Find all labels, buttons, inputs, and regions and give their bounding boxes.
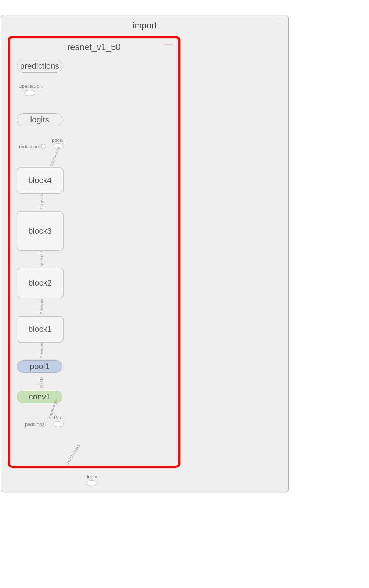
op-pad[interactable] bbox=[53, 421, 64, 427]
edge-label-block3-block4: 2 tensors bbox=[40, 194, 44, 209]
op-input[interactable] bbox=[86, 480, 97, 486]
op-pool5-label: pool5 bbox=[52, 137, 64, 143]
op-spatial-squeeze-label: SpatialSq... bbox=[19, 83, 43, 89]
edge-label-pool1-block1: 2 tensors bbox=[40, 343, 44, 358]
const-reduction-label: reduction_i... bbox=[19, 144, 46, 149]
node-label: block4 bbox=[28, 176, 52, 185]
scope-import-title: import bbox=[1, 20, 288, 31]
collapse-icon[interactable]: — bbox=[275, 17, 283, 26]
node-pool1[interactable]: pool1 bbox=[17, 360, 62, 373]
node-label: predictions bbox=[20, 61, 59, 71]
node-label: block3 bbox=[28, 226, 52, 236]
scope-resnet-title: resnet_v1_50 bbox=[10, 42, 178, 52]
edge-label-conv1-pool1: 12×112 bbox=[40, 376, 44, 389]
node-block2[interactable]: block2 bbox=[17, 268, 64, 298]
op-pad-label: Pad bbox=[54, 415, 62, 420]
op-spatial-squeeze[interactable] bbox=[24, 90, 35, 96]
const-paddings-label: paddings bbox=[25, 422, 44, 427]
op-input-label: input bbox=[87, 474, 97, 480]
edge-label-block2-block3: tensors 2 bbox=[40, 251, 44, 266]
node-block3[interactable]: block3 bbox=[17, 211, 64, 251]
node-predictions[interactable]: predictions bbox=[17, 60, 62, 73]
node-label: block1 bbox=[28, 325, 52, 334]
node-label: conv1 bbox=[29, 392, 51, 402]
node-label: logits bbox=[30, 115, 49, 125]
node-label: pool1 bbox=[30, 362, 50, 371]
node-block1[interactable]: block1 bbox=[17, 316, 64, 343]
node-logits[interactable]: logits bbox=[17, 113, 62, 126]
collapse-icon[interactable]: — bbox=[165, 40, 173, 49]
node-label: block2 bbox=[28, 278, 52, 288]
edge-label-block1-block2: 2 tensors bbox=[40, 299, 44, 314]
node-block4[interactable]: block4 bbox=[17, 167, 64, 194]
